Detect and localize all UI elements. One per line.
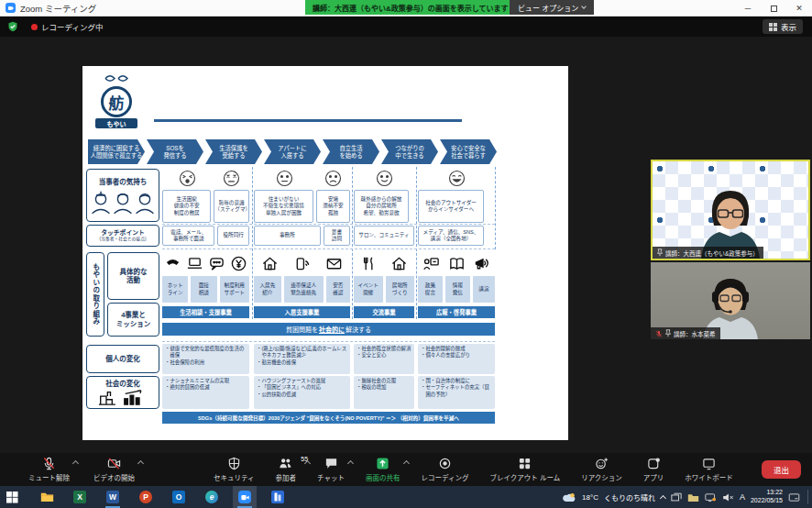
taskbar-clock[interactable]: 13:22 2022/05/15 [751,489,783,505]
chevron-up-icon[interactable] [72,460,79,467]
touchpoint-label-title: タッチポイント [101,229,145,237]
chevron-up-icon[interactable] [402,460,409,467]
recording-dot-icon [31,24,38,30]
close-button[interactable]: ✕ [786,0,812,17]
participant-nametag: 講師：大西連（もやい&政策参与） [653,247,763,259]
touchpoint-box: 葉書 訪問 [324,226,350,246]
mission-post: 解決する [346,325,371,334]
divider [162,341,495,342]
touchpoint-box: メディア、通信、SNS、 講演（全国各地） [418,226,484,246]
window-controls: ─ ✕ [735,0,812,17]
social-change-box: 無縁社会の克服 税収の増加 [354,376,414,409]
personal-change-box: 社会的孤立状態の解消 安全と安心 [354,344,414,374]
megaphone-icon [474,255,491,272]
mail-icon [325,255,343,272]
share-screen-button[interactable]: 画面の共有 [361,453,405,486]
participant-video[interactable]: 講師：水本菜希 [651,262,810,339]
maximize-button[interactable] [761,0,786,17]
shared-screen-slide: 舫 もやい 経済的に困窮する 人間関係で孤立する SOSを 発信する 生活保護を… [82,66,568,440]
record-icon [438,457,452,470]
taskbar-app-excel[interactable]: X [68,486,92,508]
taskbar-app-powerpoint[interactable]: P [134,486,158,508]
rope-knot-icon [103,74,130,83]
taskbar-app-word[interactable]: W [101,486,125,508]
record-label: レコーディング [422,472,469,482]
participants-button[interactable]: 参加者 55 [271,453,302,486]
start-video-button[interactable]: ビデオの開始 [89,453,139,486]
chevron-up-icon[interactable] [137,460,144,467]
volume-muted-icon[interactable] [722,492,734,502]
whiteboard-icon [702,457,716,470]
notification-icon[interactable] [788,492,800,502]
reactions-button[interactable]: リアクション [576,453,627,486]
display-tray-icon[interactable] [705,492,717,502]
chevron-up-icon[interactable] [347,460,354,467]
minimize-button[interactable]: ─ [735,0,761,17]
chevron-down-icon [581,4,587,9]
recording-indicator[interactable]: レコーディング中 [41,21,103,32]
feelings-row-label: 当事者の気持ち [86,169,159,222]
touchpoints-d: メディア、通信、SNS、 講演（全国各地） [418,226,495,246]
whiteboard-button[interactable]: ホワイトボード [680,453,738,486]
activity-box: 情報 発信 [445,276,470,303]
activities-label: 具体的な 活動 [107,252,159,300]
powerpoint-icon: P [139,491,152,503]
breakout-rooms-icon [518,457,532,470]
security-button[interactable]: セキュリティ [209,453,259,486]
open-book-icon [448,255,466,272]
house-icon [390,255,408,272]
taskbar-app-dw[interactable] [266,486,290,508]
weather-temp[interactable]: 18°C [582,493,598,502]
taskbar-app-outlook[interactable]: O [167,486,191,508]
hidden-icons-chevron[interactable] [660,494,666,501]
window-tray-icon[interactable] [671,492,682,502]
folder-icon [40,491,54,502]
activity-box: 制度利用 サポート [220,276,249,303]
clock-time: 13:22 [751,489,783,497]
dining-icon [360,255,378,272]
breakout-rooms-button[interactable]: ブレイクアウト ルーム [485,453,565,486]
system-tray: 18°C くもりのち晴れ A 13:22 2022/05/15 [562,486,808,508]
view-options-button[interactable]: ビュー オプション [510,0,594,15]
business-bar: 生活相談・支援事業 [162,306,249,318]
apps-button[interactable]: アプリ [639,453,669,486]
taskbar-app-zoom[interactable] [233,486,257,508]
taskbar-app-file-explorer[interactable] [35,486,59,508]
activity-labels-b: 入居先 紹介 連帯保証人 緊急連絡先 安否 確認 [254,276,350,303]
divider [162,248,495,249]
chevron-up-icon[interactable] [304,460,311,467]
apps-label: アプリ [643,472,664,482]
show-desktop-button[interactable] [807,490,808,504]
reactions-icon [595,457,609,470]
stage-chevron: 経済的に困窮する 人間関係で孤立する [88,139,145,164]
personal-change-box: (路上/公園/施設など)広義のホームレスやネカフェ難民減少 勤労機会の確保 [254,344,350,374]
unmute-button[interactable]: ミュート解除 [24,453,74,486]
ime-indicator[interactable]: A [740,492,745,502]
unmute-label: ミュート解除 [28,472,70,482]
leave-meeting-button[interactable]: 退出 [762,460,801,479]
chat-button[interactable]: チャット [313,453,349,486]
touchpoint-label-sub: (当事者・社会との接点) [99,237,146,242]
house-icon [261,255,279,272]
divider [252,167,253,319]
activity-icons-c [354,252,414,274]
weather-desc[interactable]: くもりのち晴れ [604,492,655,502]
taskbar-app-edge[interactable]: e [200,486,224,508]
activity-icons-d [418,252,495,274]
business-bar: 入居支援事業 [254,306,350,318]
smile-face-icon [354,170,414,187]
participant-video-active-speaker[interactable]: 講師：大西連（もやい&政策参与） [651,160,810,260]
feelings-boxes-a: 生活困窮 健康の不安 制度の敷居 恥辱の意識 （スティグマ） [162,190,249,223]
start-button[interactable] [0,486,24,508]
activity-labels-c: イベント 開催 居場所 づくり [354,276,414,303]
social-change-box: 国・自治体の制度に セーフティネットの充実（貧困の予防） [418,376,495,409]
mic-off-icon [42,457,56,470]
encryption-shield-icon[interactable] [7,21,18,32]
dizzy-face-icon [213,170,249,187]
folder-tray-icon[interactable] [687,492,699,502]
stage-chevron: 安心で安全な 社会で暮らす [440,139,497,164]
chat-label: チャット [317,472,345,482]
window-titlebar: Zoom ミーティング 講師：大西連（もやい&政策参与）の画面を表示しています … [0,0,812,17]
view-button[interactable]: 表示 [763,19,803,34]
record-button[interactable]: レコーディング [417,453,474,486]
